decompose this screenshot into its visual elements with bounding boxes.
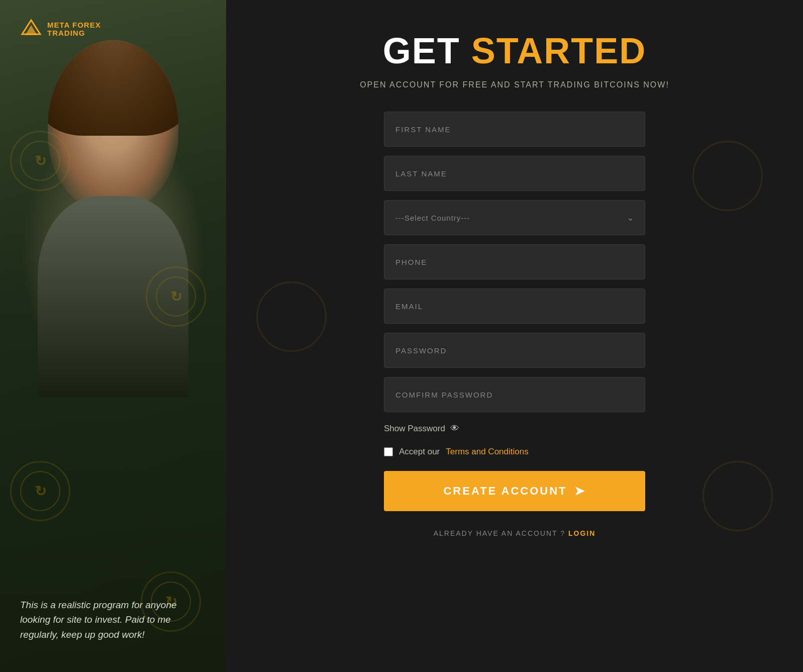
terms-checkbox[interactable] (384, 447, 393, 456)
watermark-2: ↻ (146, 266, 206, 327)
logo-text: META FOREX TRADING (47, 21, 101, 38)
right-watermark-3 (702, 461, 773, 531)
title-started: STARTED (471, 31, 647, 71)
logo-line1: META FOREX (47, 21, 101, 30)
password-input[interactable] (384, 333, 645, 368)
create-account-button[interactable]: CREATE ACCOUNT ➤ (384, 471, 645, 511)
hair (48, 40, 178, 136)
watermark-1: ↻ (10, 131, 70, 191)
login-row: ALREADY HAVE AN ACCOUNT ? LOGIN (384, 529, 645, 537)
terms-prefix: Accept our (399, 447, 440, 457)
phone-input[interactable] (384, 244, 645, 279)
face (48, 40, 178, 211)
person-silhouette (33, 30, 193, 422)
terms-row: Accept our Terms and Conditions (384, 447, 645, 457)
create-btn-label: CREATE ACCOUNT (443, 485, 567, 498)
arrow-right-icon: ➤ (574, 484, 586, 498)
eye-icon[interactable]: 👁 (450, 423, 459, 434)
show-password-row: Show Password 👁 (384, 423, 645, 434)
signup-form: ---Select Country---United StatesUnited … (384, 112, 645, 537)
right-panel: GET STARTED OPEN ACCOUNT FOR FREE AND ST… (226, 0, 803, 672)
email-input[interactable] (384, 289, 645, 324)
show-password-label[interactable]: Show Password (384, 424, 445, 434)
title-get: GET (383, 31, 460, 71)
logo-line2: TRADING (47, 29, 101, 38)
country-select[interactable]: ---Select Country---United StatesUnited … (384, 200, 645, 235)
right-watermark-2 (256, 281, 327, 352)
already-account-text: ALREADY HAVE AN ACCOUNT ? (434, 529, 565, 537)
person-image (0, 0, 226, 672)
logo[interactable]: META FOREX TRADING (20, 18, 101, 40)
country-wrapper: ---Select Country---United StatesUnited … (384, 200, 645, 235)
page-title: GET STARTED (266, 30, 763, 71)
login-link[interactable]: LOGIN (568, 529, 595, 537)
subtitle: OPEN ACCOUNT FOR FREE AND START TRADING … (360, 80, 669, 89)
right-watermark-1 (692, 141, 763, 211)
logo-icon (20, 18, 42, 40)
confirm-password-input[interactable] (384, 377, 645, 412)
left-panel: ↻ ↻ ↻ ↻ META FOREX TRADING This is a rea… (0, 0, 226, 672)
first-name-input[interactable] (384, 112, 645, 147)
testimonial: This is a realistic program for anyone l… (20, 598, 206, 642)
watermark-3: ↻ (10, 461, 70, 521)
terms-link[interactable]: Terms and Conditions (446, 447, 528, 457)
last-name-input[interactable] (384, 156, 645, 191)
